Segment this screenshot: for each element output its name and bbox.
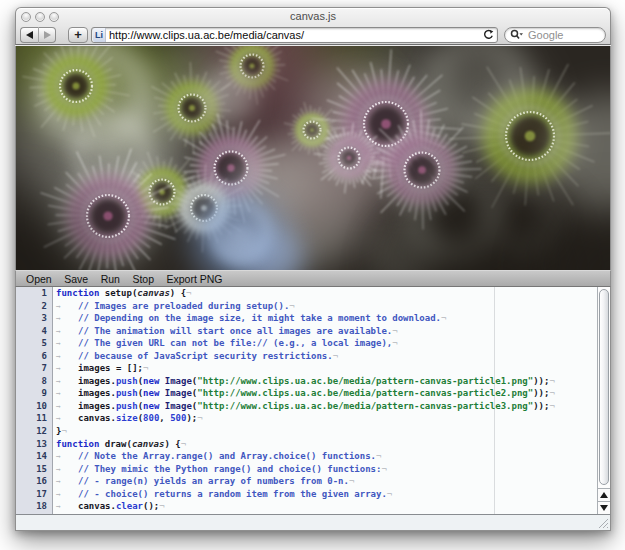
code-line[interactable]: function draw(canvas) {¬ bbox=[56, 438, 597, 451]
line-number: 11 bbox=[16, 412, 47, 425]
menu-item-run[interactable]: Run bbox=[101, 273, 120, 285]
code-editor: 123456789101112131415161718 function set… bbox=[15, 287, 611, 514]
code-token: new bbox=[143, 401, 159, 411]
code-token: images = []; bbox=[78, 363, 143, 373]
code-token: push bbox=[116, 388, 138, 398]
code-line[interactable]: →// Note the Array.range() and Array.cho… bbox=[56, 450, 597, 463]
scroll-down-icon bbox=[600, 505, 608, 511]
code-token: "http://www.clips.ua.ac.be/media/pattern… bbox=[197, 401, 533, 411]
code-token: images. bbox=[78, 388, 116, 398]
line-number: 14 bbox=[16, 450, 47, 463]
scrollbar[interactable] bbox=[597, 287, 610, 514]
code-token: "http://www.clips.ua.ac.be/media/pattern… bbox=[197, 376, 533, 386]
code-token: images. bbox=[78, 401, 116, 411]
forward-button[interactable] bbox=[38, 27, 56, 43]
line-number: 15 bbox=[16, 463, 47, 476]
eol-mark: ¬ bbox=[549, 376, 554, 386]
editor-toolbar: OpenSaveRunStopExport PNG bbox=[15, 270, 611, 287]
code-line[interactable]: →images = [];¬ bbox=[56, 362, 597, 375]
code-token: )); bbox=[533, 401, 549, 411]
browser-toolbar: + Li http://www.clips.ua.ac.be/media/can… bbox=[15, 24, 611, 45]
line-number: 12 bbox=[16, 425, 47, 438]
code-token: ) { bbox=[164, 439, 180, 449]
code-line[interactable]: →// The animation will start once all im… bbox=[56, 325, 597, 338]
reload-icon bbox=[483, 29, 494, 41]
code-line[interactable]: →// Images are preloaded during setup().… bbox=[56, 300, 597, 313]
search-field[interactable]: Google bbox=[504, 27, 606, 43]
code-token: Image bbox=[165, 388, 192, 398]
scrollbar-thumb[interactable] bbox=[599, 289, 609, 485]
eol-mark: ¬ bbox=[333, 351, 338, 361]
code-line[interactable]: →images.push(new Image("http://www.clips… bbox=[56, 375, 597, 388]
code-line[interactable]: →images.push(new Image("http://www.clips… bbox=[56, 387, 597, 400]
code-token: ) { bbox=[170, 288, 186, 298]
back-button[interactable] bbox=[20, 27, 38, 43]
code-token: "http://www.clips.ua.ac.be/media/pattern… bbox=[197, 388, 533, 398]
code-token: 500 bbox=[170, 413, 186, 423]
plus-icon: + bbox=[74, 28, 82, 41]
code-token: draw bbox=[105, 439, 127, 449]
code-line[interactable]: →canvas.size(800, 500);¬ bbox=[56, 412, 597, 425]
url-text[interactable]: http://www.clips.ua.ac.be/media/canvas/ bbox=[106, 29, 480, 41]
reload-button[interactable] bbox=[480, 28, 496, 42]
eol-mark: ¬ bbox=[61, 426, 66, 436]
eol-mark: ¬ bbox=[387, 489, 392, 499]
scroll-down-button[interactable] bbox=[598, 501, 610, 514]
eol-mark: ¬ bbox=[392, 326, 397, 336]
eol-mark: ¬ bbox=[186, 288, 191, 298]
eol-mark: ¬ bbox=[143, 363, 148, 373]
code-token: // The animation will start once all ima… bbox=[78, 326, 392, 336]
code-token: new bbox=[143, 376, 159, 386]
line-number-gutter: 123456789101112131415161718 bbox=[16, 287, 53, 514]
scroll-up-button[interactable] bbox=[598, 488, 610, 501]
code-token: push bbox=[116, 401, 138, 411]
tab-mark: → bbox=[56, 313, 78, 326]
code-area[interactable]: function setup(canvas) {¬→// Images are … bbox=[53, 287, 597, 514]
eol-mark: ¬ bbox=[197, 413, 202, 423]
line-number: 10 bbox=[16, 400, 47, 413]
screen: canvas.js + Li http://www.clips.ua.ac.be… bbox=[0, 0, 625, 550]
eol-mark: ¬ bbox=[549, 401, 554, 411]
code-token: setup bbox=[105, 288, 132, 298]
code-line[interactable]: →// - choice() returns a random item fro… bbox=[56, 488, 597, 501]
line-number: 4 bbox=[16, 325, 47, 338]
code-line[interactable]: →// The given URL can not be file:// (e.… bbox=[56, 337, 597, 350]
code-token: Image bbox=[165, 376, 192, 386]
eol-mark: ¬ bbox=[549, 388, 554, 398]
search-icon bbox=[510, 29, 524, 40]
code-token: )); bbox=[533, 388, 549, 398]
titlebar[interactable]: canvas.js bbox=[15, 7, 611, 24]
code-token: function bbox=[56, 439, 99, 449]
code-token: , bbox=[159, 413, 170, 423]
eol-mark: ¬ bbox=[441, 313, 446, 323]
code-line[interactable]: →// - range(n) yields an array of number… bbox=[56, 475, 597, 488]
tab-mark: → bbox=[56, 501, 78, 514]
code-line[interactable]: →canvas.clear();¬ bbox=[56, 500, 597, 513]
window-title: canvas.js bbox=[15, 10, 611, 22]
code-token: ); bbox=[186, 413, 197, 423]
code-token: new bbox=[143, 388, 159, 398]
menu-item-open[interactable]: Open bbox=[26, 273, 52, 285]
eol-mark: ¬ bbox=[159, 501, 164, 511]
code-line[interactable]: function setup(canvas) {¬ bbox=[56, 287, 597, 300]
code-token: (); bbox=[143, 501, 159, 511]
line-number: 5 bbox=[16, 337, 47, 350]
menu-item-export-png[interactable]: Export PNG bbox=[167, 273, 223, 285]
code-token: function bbox=[56, 288, 99, 298]
code-line[interactable]: →// They mimic the Python range() and ch… bbox=[56, 463, 597, 476]
code-token: // Depending on the image size, it might… bbox=[78, 313, 441, 323]
line-number: 18 bbox=[16, 500, 47, 513]
forward-icon bbox=[44, 31, 51, 39]
line-number: 17 bbox=[16, 488, 47, 501]
code-line[interactable]: →// Depending on the image size, it migh… bbox=[56, 312, 597, 325]
code-line[interactable]: →images.push(new Image("http://www.clips… bbox=[56, 400, 597, 413]
menu-item-stop[interactable]: Stop bbox=[132, 273, 154, 285]
code-text[interactable]: function setup(canvas) {¬→// Images are … bbox=[53, 287, 597, 513]
add-bookmark-button[interactable]: + bbox=[68, 27, 88, 43]
address-bar[interactable]: Li http://www.clips.ua.ac.be/media/canva… bbox=[91, 27, 498, 43]
code-line[interactable]: →// because of JavaScript security restr… bbox=[56, 350, 597, 363]
resize-grip[interactable] bbox=[596, 516, 609, 529]
code-line[interactable]: }¬ bbox=[56, 425, 597, 438]
menu-item-save[interactable]: Save bbox=[64, 273, 88, 285]
code-token: canvas bbox=[137, 288, 170, 298]
